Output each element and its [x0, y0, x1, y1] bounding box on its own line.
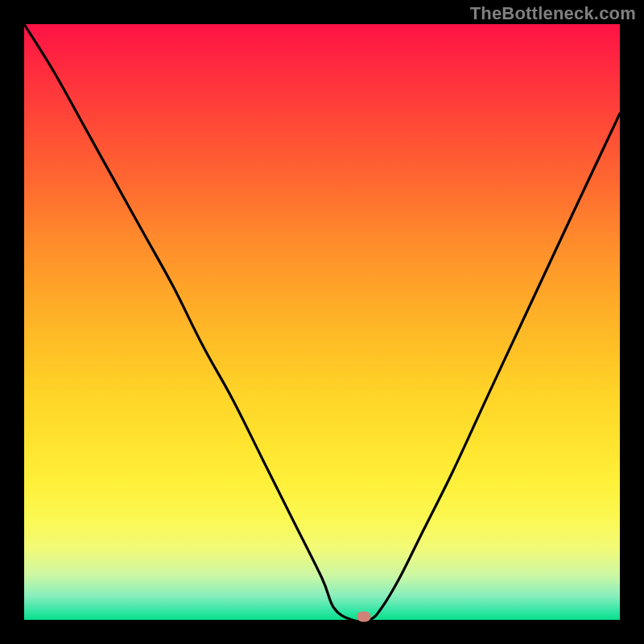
bottleneck-curve [24, 24, 620, 620]
optimal-point-marker [357, 612, 370, 622]
plot-area [24, 24, 620, 620]
chart-frame: TheBottleneck.com [0, 0, 644, 644]
watermark-text: TheBottleneck.com [470, 3, 636, 24]
